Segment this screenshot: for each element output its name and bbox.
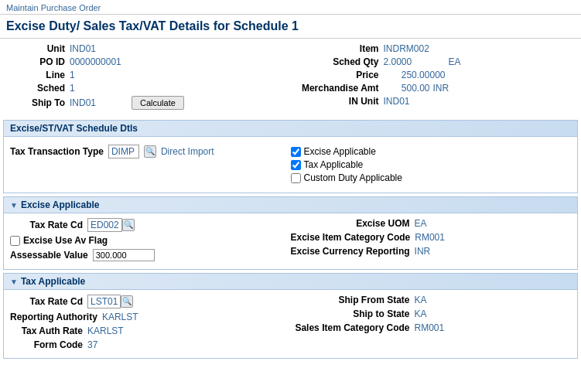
excise-applicable-checkbox[interactable]	[291, 147, 301, 157]
excise-use-av-label: Excise Use Av Flag	[23, 235, 108, 246]
assessable-value-input[interactable]	[93, 249, 155, 261]
excise-use-av-row: Excise Use Av Flag	[10, 235, 291, 246]
line-row: Line 1	[15, 70, 291, 80]
in-unit-label: IN Unit	[291, 96, 384, 107]
header-right: Item INDRM002 Sched Qty 2.0000 EA Price …	[291, 43, 566, 112]
reporting-auth-row: Reporting Authority KARLST	[10, 312, 291, 322]
excise-applicable-label: Excise Applicable	[304, 146, 376, 157]
in-unit-value: IND01	[384, 96, 446, 107]
item-row: Item INDRM002	[291, 43, 566, 54]
tax-trans-value: DIMP	[108, 145, 139, 159]
calculate-button[interactable]: Calculate	[132, 96, 184, 110]
reporting-auth-label: Reporting Authority	[10, 312, 102, 322]
sched-label: Sched	[15, 83, 70, 94]
tax-auth-rate-value: KARLST	[87, 326, 124, 336]
in-unit-row: IN Unit IND01	[291, 96, 566, 107]
direct-import-text: Direct Import	[161, 146, 214, 157]
form-code-row: Form Code 37	[10, 339, 291, 350]
item-label: Item	[291, 43, 384, 54]
line-label: Line	[15, 70, 70, 80]
excise-uom-value: EA	[415, 218, 427, 229]
excise-applicable-row: Excise Applicable	[291, 146, 572, 157]
sched-row: Sched 1	[15, 83, 291, 94]
schedule-dtls-right: Excise Applicable Tax Applicable Custom …	[291, 141, 572, 188]
header-left: Unit IND01 PO ID 0000000001 Line 1 Sched…	[15, 43, 291, 112]
excise-triangle-icon: ▼	[10, 201, 18, 210]
ship-from-state-value: KA	[415, 295, 427, 305]
line-value: 1	[70, 70, 132, 80]
sched-qty-value: 2.0000	[384, 56, 446, 67]
excise-applicable-header: ▼ Excise Applicable	[3, 196, 578, 213]
tax-rate-cd-value: LST01	[87, 295, 121, 308]
tax-applicable-checkbox[interactable]	[291, 160, 301, 170]
excise-tax-rate-search-icon[interactable]: 🔍	[122, 219, 135, 231]
tax-right: Ship From State KA Ship to State KA Sale…	[291, 295, 572, 353]
form-code-label: Form Code	[10, 339, 87, 350]
excise-use-av-checkbox[interactable]	[10, 236, 20, 246]
po-id-value: 0000000001	[70, 56, 132, 67]
excise-applicable-content: Tax Rate Cd ED002 🔍 Excise Use Av Flag A…	[3, 213, 578, 270]
excise-tax-rate-cd-label: Tax Rate Cd	[10, 220, 87, 230]
unit-value: IND01	[70, 43, 132, 54]
excise-currency-value: INR	[415, 246, 431, 257]
merch-amt-label: Merchandise Amt	[291, 83, 384, 94]
excise-tax-rate-cd-row: Tax Rate Cd ED002 🔍	[10, 218, 291, 232]
schedule-dtls-inner: Tax Transaction Type DIMP 🔍 Direct Impor…	[10, 141, 571, 188]
merch-amt-currency: INR	[433, 83, 449, 94]
ship-to-state-label: Ship to State	[291, 308, 415, 319]
item-value: INDRM002	[384, 43, 446, 54]
custom-duty-row: Custom Duty Applicable	[291, 172, 572, 183]
excise-uom-label: Excise UOM	[291, 218, 415, 229]
tax-rate-cd-label: Tax Rate Cd	[10, 296, 87, 307]
ship-to-state-row: Ship to State KA	[291, 308, 572, 319]
sched-qty-row: Sched Qty 2.0000 EA	[291, 56, 566, 67]
price-value: 250.00000	[384, 70, 446, 80]
tax-left: Tax Rate Cd LST01 🔍 Reporting Authority …	[10, 295, 291, 353]
sched-value: 1	[70, 83, 132, 94]
sched-qty-unit: EA	[449, 56, 461, 67]
tax-rate-search-icon[interactable]: 🔍	[121, 295, 133, 308]
ship-to-state-value: KA	[415, 308, 427, 319]
excise-currency-label: Excise Currency Reporting	[291, 246, 415, 257]
tax-rate-cd-row: Tax Rate Cd LST01 🔍	[10, 295, 291, 308]
schedule-dtls-content: Tax Transaction Type DIMP 🔍 Direct Impor…	[3, 137, 578, 193]
custom-duty-label: Custom Duty Applicable	[304, 172, 402, 183]
tax-applicable-content: Tax Rate Cd LST01 🔍 Reporting Authority …	[3, 290, 578, 359]
ship-to-value: IND01	[70, 97, 132, 108]
excise-inner: Tax Rate Cd ED002 🔍 Excise Use Av Flag A…	[10, 218, 571, 264]
schedule-dtls-header: Excise/ST/VAT Schedule Dtls	[3, 120, 578, 137]
sales-item-cat-value: RM001	[415, 322, 445, 333]
schedule-dtls-left: Tax Transaction Type DIMP 🔍 Direct Impor…	[10, 141, 291, 188]
form-code-value: 37	[87, 339, 97, 350]
merch-amt-value: 500.00	[384, 83, 430, 94]
tax-trans-row: Tax Transaction Type DIMP 🔍 Direct Impor…	[10, 141, 291, 162]
po-id-label: PO ID	[15, 56, 70, 67]
tax-auth-rate-label: Tax Auth Rate	[10, 326, 87, 336]
excise-item-cat-value: RM001	[415, 232, 445, 243]
tax-trans-label: Tax Transaction Type	[10, 146, 104, 157]
checkboxes-area: Excise Applicable Tax Applicable Custom …	[291, 141, 572, 188]
ship-to-label: Ship To	[15, 97, 70, 108]
excise-item-cat-label: Excise Item Category Code	[291, 232, 415, 243]
breadcrumb: Maintain Purchase Order	[0, 0, 581, 15]
tax-triangle-icon: ▼	[10, 278, 18, 286]
unit-row: Unit IND01	[15, 43, 291, 54]
tax-applicable-row: Tax Applicable	[291, 159, 572, 170]
custom-duty-checkbox[interactable]	[291, 173, 301, 183]
ship-to-row: Ship To IND01 Calculate	[15, 96, 291, 110]
tax-trans-search-icon[interactable]: 🔍	[144, 145, 156, 158]
ship-from-state-row: Ship From State KA	[291, 295, 572, 305]
excise-item-cat-row: Excise Item Category Code RM001	[291, 232, 572, 243]
po-id-row: PO ID 0000000001	[15, 56, 291, 67]
assessable-label: Assessable Value	[10, 250, 93, 261]
excise-left: Tax Rate Cd ED002 🔍 Excise Use Av Flag A…	[10, 218, 291, 264]
excise-tax-rate-cd-value: ED002	[87, 218, 122, 232]
tax-auth-rate-row: Tax Auth Rate KARLST	[10, 326, 291, 336]
tax-applicable-label: Tax Applicable	[304, 159, 364, 170]
sales-item-cat-label: Sales Item Category Code	[291, 322, 415, 333]
reporting-auth-value: KARLST	[102, 312, 138, 322]
ship-from-state-label: Ship From State	[291, 295, 415, 305]
tax-applicable-header: ▼ Tax Applicable	[3, 273, 578, 290]
excise-currency-row: Excise Currency Reporting INR	[291, 246, 572, 257]
price-row: Price 250.00000	[291, 70, 566, 80]
